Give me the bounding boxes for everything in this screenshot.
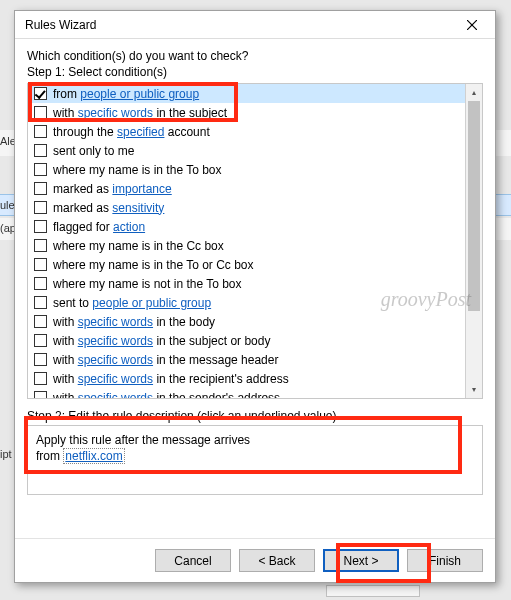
condition-label: marked as importance [53, 182, 172, 196]
condition-link[interactable]: importance [112, 182, 171, 196]
desc-from-prefix: from [36, 449, 63, 463]
condition-label: where my name is in the To box [53, 163, 222, 177]
condition-row[interactable]: sent to people or public group [28, 293, 482, 312]
condition-row[interactable]: with specific words in the message heade… [28, 350, 482, 369]
condition-checkbox[interactable] [34, 87, 47, 100]
condition-checkbox[interactable] [34, 353, 47, 366]
conditions-listbox[interactable]: from people or public groupwith specific… [27, 83, 483, 399]
condition-link[interactable]: specific words [78, 391, 153, 399]
condition-checkbox[interactable] [34, 277, 47, 290]
condition-link[interactable]: action [113, 220, 145, 234]
bg-text-ipt: ipt [0, 448, 12, 460]
condition-link[interactable]: specific words [78, 334, 153, 348]
condition-checkbox[interactable] [34, 391, 47, 398]
scroll-track[interactable] [466, 101, 482, 381]
condition-checkbox[interactable] [34, 144, 47, 157]
cancel-button[interactable]: Cancel [155, 549, 231, 572]
condition-link[interactable]: specific words [78, 315, 153, 329]
dialog-body: Which condition(s) do you want to check?… [15, 39, 495, 538]
question-text: Which condition(s) do you want to check? [27, 49, 483, 63]
condition-label: with specific words in the message heade… [53, 353, 278, 367]
condition-row[interactable]: sent only to me [28, 141, 482, 160]
back-button[interactable]: < Back [239, 549, 315, 572]
condition-row[interactable]: where my name is in the To box [28, 160, 482, 179]
condition-label: sent only to me [53, 144, 134, 158]
scroll-thumb[interactable] [468, 101, 480, 311]
condition-row[interactable]: through the specified account [28, 122, 482, 141]
bg-text-ule: ule [0, 199, 15, 211]
condition-row[interactable]: where my name is not in the To box [28, 274, 482, 293]
titlebar: Rules Wizard [15, 11, 495, 39]
condition-label: sent to people or public group [53, 296, 211, 310]
close-icon [467, 20, 477, 30]
condition-label: where my name is not in the To box [53, 277, 242, 291]
condition-label: with specific words in the recipient's a… [53, 372, 289, 386]
condition-link[interactable]: people or public group [80, 87, 199, 101]
condition-row[interactable]: marked as importance [28, 179, 482, 198]
condition-link[interactable]: people or public group [92, 296, 211, 310]
condition-checkbox[interactable] [34, 258, 47, 271]
desc-line-1: Apply this rule after the message arrive… [36, 432, 474, 448]
finish-button[interactable]: Finish [407, 549, 483, 572]
condition-label: with specific words in the sender's addr… [53, 391, 280, 399]
condition-link[interactable]: sensitivity [112, 201, 164, 215]
condition-label: where my name is in the Cc box [53, 239, 224, 253]
condition-checkbox[interactable] [34, 334, 47, 347]
condition-label: where my name is in the To or Cc box [53, 258, 254, 272]
condition-link[interactable]: specific words [78, 372, 153, 386]
condition-row[interactable]: with specific words in the subject [28, 103, 482, 122]
condition-checkbox[interactable] [34, 239, 47, 252]
condition-label: with specific words in the body [53, 315, 215, 329]
rule-description-box[interactable]: Apply this rule after the message arrive… [27, 425, 483, 495]
condition-row[interactable]: with specific words in the subject or bo… [28, 331, 482, 350]
condition-label: through the specified account [53, 125, 210, 139]
condition-checkbox[interactable] [34, 372, 47, 385]
rules-wizard-dialog: Rules Wizard Which condition(s) do you w… [14, 10, 496, 583]
step2-label: Step 2: Edit the rule description (click… [27, 409, 483, 423]
next-button[interactable]: Next > [323, 549, 399, 572]
condition-row[interactable]: marked as sensitivity [28, 198, 482, 217]
condition-link[interactable]: specific words [78, 353, 153, 367]
window-title: Rules Wizard [25, 18, 455, 32]
condition-link[interactable]: specific words [78, 106, 153, 120]
condition-row[interactable]: flagged for action [28, 217, 482, 236]
scrollbar[interactable]: ▴ ▾ [465, 84, 482, 398]
condition-checkbox[interactable] [34, 182, 47, 195]
close-button[interactable] [455, 14, 489, 36]
condition-row[interactable]: with specific words in the sender's addr… [28, 388, 482, 398]
condition-row[interactable]: from people or public group [28, 84, 482, 103]
condition-label: with specific words in the subject [53, 106, 227, 120]
condition-checkbox[interactable] [34, 125, 47, 138]
desc-line-2: from netflix.com [36, 448, 474, 464]
condition-checkbox[interactable] [34, 201, 47, 214]
condition-label: marked as sensitivity [53, 201, 164, 215]
desc-sender-link[interactable]: netflix.com [63, 448, 124, 464]
condition-checkbox[interactable] [34, 296, 47, 309]
condition-link[interactable]: specified [117, 125, 164, 139]
condition-row[interactable]: with specific words in the recipient's a… [28, 369, 482, 388]
condition-checkbox[interactable] [34, 315, 47, 328]
scroll-up-icon[interactable]: ▴ [472, 84, 476, 101]
condition-checkbox[interactable] [34, 163, 47, 176]
button-row: Cancel < Back Next > Finish [15, 538, 495, 582]
condition-checkbox[interactable] [34, 106, 47, 119]
condition-row[interactable]: with specific words in the body [28, 312, 482, 331]
scroll-down-icon[interactable]: ▾ [472, 381, 476, 398]
condition-row[interactable]: where my name is in the Cc box [28, 236, 482, 255]
condition-label: from people or public group [53, 87, 199, 101]
condition-row[interactable]: where my name is in the To or Cc box [28, 255, 482, 274]
background-button [326, 585, 420, 597]
condition-label: with specific words in the subject or bo… [53, 334, 270, 348]
condition-checkbox[interactable] [34, 220, 47, 233]
step1-label: Step 1: Select condition(s) [27, 65, 483, 79]
condition-label: flagged for action [53, 220, 145, 234]
